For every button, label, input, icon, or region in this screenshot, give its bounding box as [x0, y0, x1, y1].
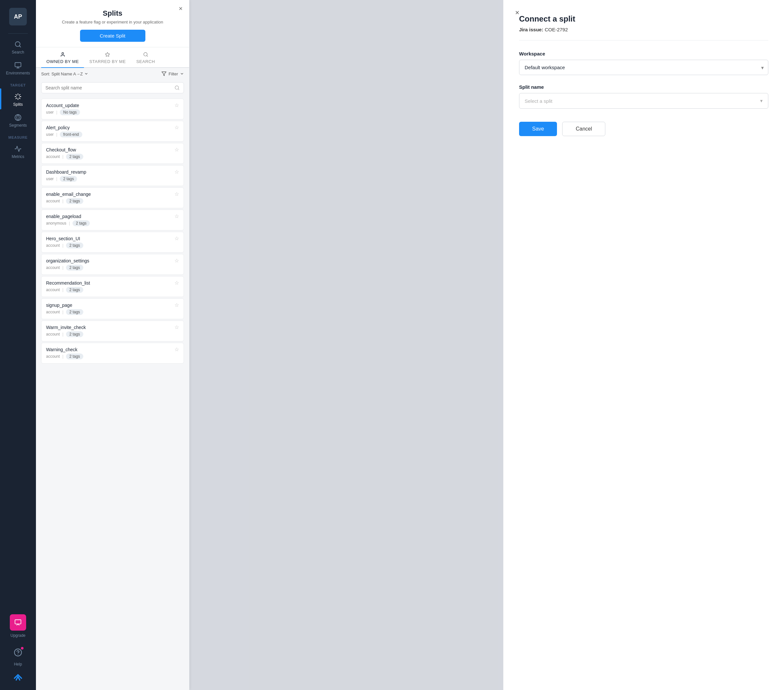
search-input[interactable]	[45, 85, 172, 90]
split-item-info: Warning_checkaccount|2 tags	[46, 347, 83, 359]
split-name-select[interactable]: Select a split ▾	[519, 93, 768, 109]
list-item[interactable]: Warning_checkaccount|2 tags☆	[41, 343, 184, 364]
star-button[interactable]: ☆	[175, 103, 179, 108]
metrics-icon	[14, 145, 22, 153]
segments-icon	[14, 113, 22, 122]
split-item-info: enable_pageloadanonymous|2 tags	[46, 214, 90, 226]
list-item[interactable]: enable_email_changeaccount|2 tags☆	[41, 187, 184, 208]
jira-label: Jira issue:	[519, 27, 543, 32]
split-item-meta: user|2 tags	[46, 176, 86, 182]
jira-value: COE-2792	[545, 27, 568, 32]
split-item-name: signup_page	[46, 302, 83, 308]
split-item-tag: 2 tags	[66, 198, 83, 204]
list-item[interactable]: Warm_invite_checkaccount|2 tags☆	[41, 320, 184, 342]
star-button[interactable]: ☆	[175, 147, 179, 153]
star-button[interactable]: ☆	[175, 125, 179, 130]
star-button[interactable]: ☆	[175, 236, 179, 241]
splits-close-button[interactable]: ×	[179, 5, 183, 12]
list-item[interactable]: signup_pageaccount|2 tags☆	[41, 298, 184, 319]
star-button[interactable]: ☆	[175, 325, 179, 330]
split-item-meta: account|2 tags	[46, 243, 83, 248]
star-button[interactable]: ☆	[175, 214, 179, 219]
sidebar-item-environments-label: Environments	[6, 71, 30, 76]
list-item[interactable]: Dashboard_revampuser|2 tags☆	[41, 165, 184, 186]
split-item-separator: |	[63, 199, 63, 203]
star-button[interactable]: ☆	[175, 258, 179, 263]
svg-point-13	[62, 53, 63, 54]
split-item-tag: 2 tags	[66, 309, 83, 315]
split-item-tag: front-end	[60, 131, 82, 137]
workspace-label: Workspace	[519, 51, 768, 56]
sidebar-measure-label: MEASURE	[0, 135, 36, 140]
tab-search[interactable]: SEARCH	[131, 47, 160, 68]
star-button[interactable]: ☆	[175, 169, 179, 175]
svg-marker-14	[105, 52, 110, 56]
splits-panel-title: Splits	[44, 9, 181, 18]
split-item-name: Recommendation_list	[46, 280, 90, 286]
split-item-meta: account|2 tags	[46, 331, 86, 337]
split-placeholder: Select a split	[525, 98, 552, 104]
sidebar-item-segments[interactable]: Segments	[0, 109, 36, 130]
cancel-button[interactable]: Cancel	[562, 122, 605, 136]
sidebar-item-splits[interactable]: Splits	[0, 89, 36, 109]
sidebar-item-help[interactable]: Help	[0, 641, 36, 669]
split-item-separator: |	[63, 288, 63, 292]
split-item-tag: No tags	[60, 109, 80, 115]
split-item-separator: |	[63, 265, 63, 270]
sort-prefix: Sort:	[41, 71, 50, 76]
list-item[interactable]: Hero_section_UIaccount|2 tags☆	[41, 232, 184, 253]
list-item[interactable]: Checkout_flowaccount|2 tags☆	[41, 143, 184, 164]
tab-owned-by-me[interactable]: OWNED BY ME	[41, 47, 84, 68]
split-select-chevron-icon: ▾	[760, 98, 763, 104]
splits-panel-header: × Splits Create a feature flag or experi…	[36, 0, 189, 47]
split-item-name: Checkout_flow	[46, 147, 83, 153]
split-item-name: Account_update	[46, 103, 80, 108]
sidebar-item-search-label: Search	[12, 50, 24, 54]
save-button[interactable]: Save	[519, 122, 557, 136]
list-item[interactable]: Alert_policyuser|front-end☆	[41, 121, 184, 142]
split-item-separator: |	[69, 221, 70, 225]
sidebar-item-search[interactable]: Search	[0, 36, 36, 57]
sidebar: AP Search Environments TARGET	[0, 0, 36, 690]
splits-tabs: OWNED BY ME STARRED BY ME SEARCH	[36, 47, 189, 68]
star-button[interactable]: ☆	[175, 192, 179, 197]
split-item-meta: account|2 tags	[46, 287, 90, 293]
list-item[interactable]: organization_settingsaccount|2 tags☆	[41, 254, 184, 275]
split-item-type: user	[46, 132, 54, 137]
split-item-tag: 2 tags	[66, 287, 83, 293]
split-item-separator: |	[63, 332, 63, 337]
sort-control[interactable]: Sort: Split Name A→Z	[41, 71, 88, 76]
split-item-type: user	[46, 177, 54, 181]
star-button[interactable]: ☆	[175, 302, 179, 308]
split-item-type: account	[46, 332, 60, 337]
connect-close-button[interactable]: ×	[515, 9, 519, 16]
sidebar-item-upgrade[interactable]: Upgrade	[0, 610, 36, 641]
split-item-type: account	[46, 354, 60, 359]
person-icon	[59, 51, 66, 58]
split-item-type: account	[46, 154, 60, 159]
split-item-type: account	[46, 265, 60, 270]
sidebar-item-segments-label: Segments	[9, 123, 27, 128]
svg-point-9	[15, 115, 21, 120]
list-item[interactable]: enable_pageloadanonymous|2 tags☆	[41, 210, 184, 230]
search-bar	[41, 82, 184, 94]
splits-panel-subtitle: Create a feature flag or experiment in y…	[44, 20, 181, 25]
sidebar-item-environments[interactable]: Environments	[0, 57, 36, 78]
tab-starred-by-me[interactable]: STARRED BY ME	[84, 47, 131, 68]
connect-panel: × Connect a split Jira issue: COE-2792 W…	[503, 0, 784, 690]
connect-title: Connect a split	[519, 14, 768, 23]
split-item-info: enable_email_changeaccount|2 tags	[46, 192, 91, 204]
list-item[interactable]: Account_updateuser|No tags☆	[41, 99, 184, 120]
star-button[interactable]: ☆	[175, 347, 179, 352]
workspace-select[interactable]: Default workspace	[519, 60, 768, 75]
star-button[interactable]: ☆	[175, 280, 179, 286]
create-split-button[interactable]: Create Split	[80, 30, 145, 42]
filter-button[interactable]: Filter	[161, 71, 184, 76]
split-item-meta: user|front-end	[46, 131, 82, 137]
split-item-type: account	[46, 199, 60, 203]
split-item-info: Hero_section_UIaccount|2 tags	[46, 236, 83, 248]
splits-list: Account_updateuser|No tags☆Alert_policyu…	[36, 96, 189, 690]
connect-actions: Save Cancel	[519, 122, 768, 136]
sidebar-item-metrics[interactable]: Metrics	[0, 141, 36, 161]
list-item[interactable]: Recommendation_listaccount|2 tags☆	[41, 276, 184, 297]
